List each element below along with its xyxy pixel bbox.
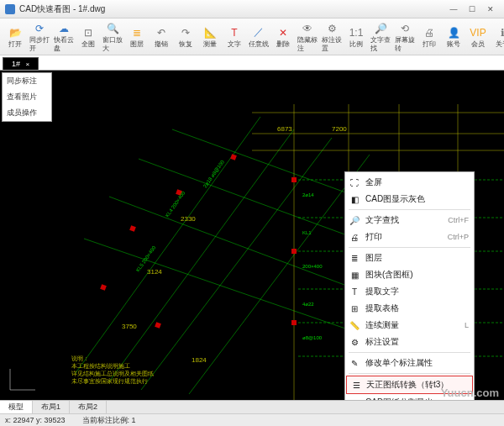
menu-print[interactable]: 🖨打印Ctrl+P <box>345 229 474 245</box>
toolbar-freeline-button[interactable]: ／任意线 <box>247 24 270 50</box>
svg-rect-36 <box>100 284 107 291</box>
toolbar-layers-button[interactable]: ≣图层 <box>125 24 149 50</box>
blocks-icon: ▦ <box>349 269 360 281</box>
menu-fullscreen[interactable]: ⛶全屏 <box>345 174 474 191</box>
annot-set-icon: ⚙ <box>324 21 339 36</box>
dimension-text: 3124 <box>147 268 162 276</box>
menu-separator <box>349 373 470 374</box>
menu-extract-text[interactable]: T提取文字 <box>345 283 474 300</box>
dimension-text: 3750 <box>122 323 137 330</box>
toolbar-measure-button[interactable]: 📐测量 <box>198 24 222 50</box>
menu-label: 图块(含图框) <box>365 269 413 281</box>
layers-icon: ≣ <box>129 25 144 40</box>
dimension-text: 6873 <box>277 125 292 133</box>
freeline-icon: ／ <box>251 25 266 40</box>
text-icon: T <box>227 25 242 40</box>
toolbar-label: 比例 <box>349 40 363 49</box>
maximize-button[interactable]: ☐ <box>464 3 480 15</box>
toolbar-annot-set-button[interactable]: ⚙标注设置 <box>320 20 344 54</box>
close-button[interactable]: ✕ <box>482 3 499 15</box>
menu-label: 图层 <box>365 252 382 264</box>
toolbar-delete-button[interactable]: ✕删除 <box>271 24 295 50</box>
toolbar-label: 图层 <box>130 40 144 49</box>
print-icon: 🖨 <box>349 231 360 243</box>
about-icon: ℹ <box>495 25 504 40</box>
toolbar-rotate-button[interactable]: ⟲屏幕旋转 <box>393 20 417 54</box>
toolbar-open-button[interactable]: 📂打开 <box>3 24 27 50</box>
svg-rect-35 <box>230 154 237 160</box>
split-export-icon: ✂ <box>349 397 360 400</box>
layout-tab-0[interactable]: 模型 <box>0 401 33 413</box>
toolbar-label: 会员 <box>471 40 485 49</box>
shortcut: L <box>465 321 469 329</box>
close-icon[interactable]: × <box>26 60 30 68</box>
menu-label: 提取文字 <box>365 286 399 297</box>
toolbar-cloud-button[interactable]: ☁快看云盘 <box>52 20 76 54</box>
extract-table-icon: ⊞ <box>349 302 360 314</box>
menu-extract-table[interactable]: ⊞提取表格 <box>345 300 474 317</box>
toolbar-label: 屏幕旋转 <box>395 36 415 53</box>
menu-blocks[interactable]: ▦图块(含图框) <box>345 266 474 283</box>
window-buttons: — ☐ ✕ <box>445 3 499 15</box>
toolbar-redo-button[interactable]: ↷恢复 <box>174 24 197 50</box>
menu-find[interactable]: 🔎文字查找Ctrl+F <box>345 212 474 229</box>
find-icon: 🔎 <box>349 214 360 226</box>
toolbar-about-button[interactable]: ℹ关于 <box>491 24 504 50</box>
svg-rect-25 <box>291 249 297 254</box>
toolbar-label: 关于 <box>496 40 504 49</box>
cloud-icon: ☁ <box>56 21 71 36</box>
toolbar-print-button[interactable]: 🖨打印 <box>417 24 441 50</box>
layout-tab-2[interactable]: 布局2 <box>70 401 107 413</box>
menu-annot-setting[interactable]: ⚙标注设置 <box>345 334 474 350</box>
minimize-button[interactable]: — <box>445 3 462 15</box>
toolbar-undo-button[interactable]: ↶撤销 <box>150 24 173 50</box>
toolbar-text-find-button[interactable]: 🔎文字查找 <box>369 20 392 54</box>
toolbar-label: 文字 <box>228 40 241 49</box>
svg-text:200×400: 200×400 <box>302 264 323 269</box>
file-tab[interactable]: 1# × <box>3 57 39 70</box>
menu-gray[interactable]: ◧CAD图显示灰色 <box>345 191 474 208</box>
shortcut: Ctrl+P <box>448 233 469 241</box>
toolbar-label: 账号 <box>447 40 460 49</box>
print-icon: 🖨 <box>422 25 437 40</box>
svg-text:KL1: KL1 <box>302 230 312 235</box>
toolbar-sync-open-button[interactable]: ⟳同步打开 <box>28 20 51 54</box>
window-zoom-icon: 🔍 <box>105 21 120 36</box>
file-tab-label: 1# <box>12 60 20 68</box>
toolbar-label: 全图 <box>81 40 95 49</box>
account-icon: 👤 <box>446 25 461 40</box>
toolbar-label: 删除 <box>276 40 290 49</box>
sync-open-icon: ⟳ <box>32 21 47 36</box>
toolbar-hide-annot-button[interactable]: 👁隐藏标注 <box>296 20 319 54</box>
toolbar-text-button[interactable]: T文字 <box>223 24 246 50</box>
menu-label: CAD图纸分割导出 <box>365 397 433 400</box>
svg-text:2ø14: 2ø14 <box>302 192 314 197</box>
layout-tab-1[interactable]: 布局1 <box>33 401 70 413</box>
open-icon: 📂 <box>8 25 23 40</box>
scale-icon: 1:1 <box>349 25 364 40</box>
extract-text-icon: T <box>349 286 360 297</box>
toolbar-label: 标注设置 <box>322 36 342 53</box>
toolbar-vip-button[interactable]: VIP会员 <box>466 24 490 50</box>
coord-readout: x: 22947 y: 39523 <box>5 416 66 424</box>
side-panel-item-2[interactable]: 成员操作 <box>3 105 51 121</box>
toolbar-full-view-button[interactable]: ⊡全图 <box>76 24 100 50</box>
drawing-canvas[interactable]: 同步标注查看照片成员操作 <box>0 71 504 400</box>
side-panel-item-1[interactable]: 查看照片 <box>3 89 51 105</box>
svg-text:KL4 200×400: KL4 200×400 <box>165 190 186 218</box>
toolbar-scale-button[interactable]: 1:1比例 <box>344 24 368 50</box>
toolbar-account-button[interactable]: 👤账号 <box>442 24 465 50</box>
dimension-text: 2330 <box>181 215 196 223</box>
rotate-icon: ⟲ <box>397 21 412 36</box>
menu-edit-annot-attr[interactable]: ✎修改单个标注属性 <box>345 355 474 371</box>
menu-continuous-measure[interactable]: 📏连续测量L <box>345 317 474 334</box>
menu-layers[interactable]: ≣图层 <box>345 250 474 266</box>
toolbar-window-zoom-button[interactable]: 🔍窗口放大 <box>101 20 124 54</box>
shortcut: Ctrl+F <box>448 216 469 224</box>
side-panel-item-0[interactable]: 同步标注 <box>3 73 51 89</box>
measure-icon: 📐 <box>202 25 218 40</box>
svg-rect-37 <box>155 322 161 329</box>
file-tabbar: 1# × <box>0 55 504 71</box>
menu-separator <box>349 247 470 248</box>
watermark: Yuucn.com <box>441 387 499 399</box>
